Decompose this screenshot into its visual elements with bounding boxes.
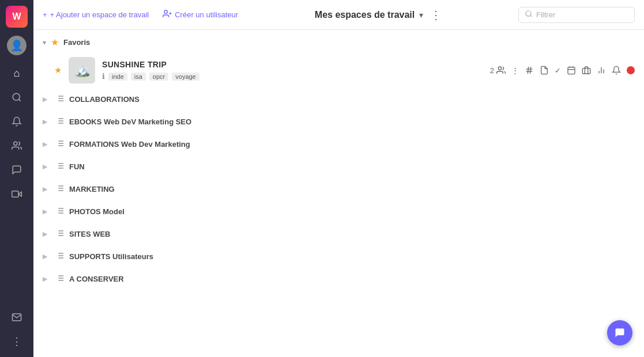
group-chevron-icon: ▶	[43, 275, 51, 283]
svg-rect-15	[568, 67, 575, 74]
tag-voyage[interactable]: voyage	[172, 73, 199, 81]
topbar-more-button[interactable]: ⋮	[430, 8, 442, 22]
page-title: Mes espaces de travail	[315, 10, 415, 20]
workspace-status-dot	[627, 66, 635, 74]
workspace-star-icon: ★	[54, 65, 62, 75]
group-name: FUN	[69, 162, 85, 171]
group-list-icon	[55, 229, 65, 240]
plus-icon: +	[43, 10, 47, 19]
group-item[interactable]: ▶ COLLABORATIONS	[33, 88, 644, 111]
svg-marker-3	[18, 192, 21, 196]
favorites-chevron-icon[interactable]: ▾	[43, 39, 46, 47]
member-count: 2	[490, 66, 506, 75]
sidebar-item-mail[interactable]	[7, 307, 27, 327]
search-box[interactable]	[518, 7, 635, 23]
create-user-button[interactable]: Créer un utilisateur	[163, 9, 238, 20]
svg-point-8	[526, 10, 531, 16]
group-item[interactable]: ▶ MARKETING	[33, 178, 644, 200]
svg-line-9	[530, 15, 532, 17]
group-list-icon	[55, 116, 65, 127]
group-item[interactable]: ▶ SUPPORTS Utilisateurs	[33, 245, 644, 268]
group-list-icon	[55, 251, 65, 262]
group-name: PHOTOS Model	[69, 207, 125, 216]
svg-line-14	[530, 67, 530, 74]
svg-point-10	[498, 67, 501, 70]
group-item[interactable]: ▶ EBOOKS Web DeV Marketing SEO	[33, 111, 644, 133]
group-item[interactable]: ▶ FUN	[33, 155, 644, 178]
workspace-hashtag-button[interactable]	[525, 66, 534, 75]
sidebar: W 👤 ⌂ ⋮	[0, 0, 33, 357]
group-name: COLLABORATIONS	[69, 95, 140, 104]
group-list-icon	[55, 274, 65, 284]
workspace-thumbnail: 🏔️	[69, 57, 95, 83]
favorites-label: Favoris	[63, 38, 90, 47]
sidebar-item-chat[interactable]	[7, 160, 27, 180]
group-chevron-icon: ▶	[43, 118, 51, 126]
content-area: ▾ ★ Favoris ★ 🏔️ SUNSHINE TRIP ℹ inde is…	[33, 30, 644, 357]
svg-line-13	[528, 67, 528, 74]
workspace-doc-button[interactable]	[540, 66, 549, 75]
svg-point-0	[13, 93, 20, 100]
chat-floating-button[interactable]	[607, 320, 632, 345]
group-list-icon	[55, 94, 65, 105]
sidebar-item-home[interactable]: ⌂	[7, 63, 27, 83]
group-name: SUPPORTS Utilisateurs	[69, 252, 153, 261]
filter-input[interactable]	[536, 10, 628, 19]
sidebar-item-video[interactable]	[7, 184, 27, 204]
svg-point-5	[164, 10, 167, 13]
workspace-details: SUNSHINE TRIP ℹ inde isa opcr voyage	[102, 60, 483, 81]
sidebar-item-contacts[interactable]	[7, 136, 27, 155]
group-chevron-icon: ▶	[43, 208, 51, 215]
groups-list: ▶ COLLABORATIONS ▶ EBOOKS Web	[33, 88, 644, 290]
group-chevron-icon: ▶	[43, 163, 51, 170]
group-list-icon	[55, 184, 65, 195]
favorites-star-icon: ★	[51, 37, 59, 48]
app-logo[interactable]: W	[6, 6, 28, 28]
tag-opcr[interactable]: opcr	[149, 73, 168, 81]
group-list-icon	[55, 206, 65, 217]
svg-point-2	[14, 142, 17, 145]
workspace-chart-button[interactable]	[597, 66, 606, 75]
sidebar-item-notifications[interactable]	[7, 112, 27, 131]
group-item[interactable]: ▶ PHOTOS Model	[33, 200, 644, 223]
sidebar-item-more[interactable]: ⋮	[7, 332, 27, 351]
tag-isa[interactable]: isa	[131, 73, 146, 81]
search-icon	[525, 10, 533, 20]
group-name: FORMATIONS Web Dev Marketing	[69, 140, 190, 149]
workspace-action-buttons: 2 ⋮ ✓	[490, 66, 635, 75]
main-area: + + Ajouter un espace de travail Créer u…	[33, 0, 644, 357]
add-workspace-button[interactable]: + + Ajouter un espace de travail	[43, 10, 149, 19]
svg-line-1	[18, 99, 20, 101]
user-add-icon	[163, 9, 172, 20]
group-item[interactable]: ▶ A CONSERVER	[33, 268, 644, 290]
sidebar-item-search[interactable]	[7, 88, 27, 107]
group-chevron-icon: ▶	[43, 185, 51, 193]
topbar-center: Mes espaces de travail ▾ ⋮	[247, 8, 509, 22]
group-chevron-icon: ▶	[43, 96, 51, 103]
workspace-bell-button[interactable]	[612, 66, 621, 75]
group-item[interactable]: ▶ SITES WEB	[33, 223, 644, 245]
group-name: MARKETING	[69, 185, 115, 193]
group-chevron-icon: ▶	[43, 140, 51, 148]
group-chevron-icon: ▶	[43, 253, 51, 260]
workspace-calendar-button[interactable]	[567, 66, 576, 75]
info-icon: ℹ	[102, 72, 105, 81]
group-item[interactable]: ▶ FORMATIONS Web Dev Marketing	[33, 133, 644, 155]
group-chevron-icon: ▶	[43, 230, 51, 238]
svg-rect-19	[582, 69, 590, 74]
workspace-briefcase-button[interactable]	[582, 66, 591, 75]
group-list-icon	[55, 161, 65, 172]
workspace-more-button[interactable]: ⋮	[511, 66, 519, 75]
avatar[interactable]: 👤	[7, 36, 27, 55]
group-list-icon	[55, 139, 65, 150]
group-name: A CONSERVER	[69, 275, 124, 283]
tag-inde[interactable]: inde	[108, 73, 127, 81]
title-chevron-icon[interactable]: ▾	[419, 10, 423, 20]
group-name: EBOOKS Web DeV Marketing SEO	[69, 117, 191, 126]
topbar: + + Ajouter un espace de travail Créer u…	[33, 0, 644, 30]
workspace-sunshine-trip[interactable]: ★ 🏔️ SUNSHINE TRIP ℹ inde isa opcr voyag…	[33, 52, 644, 88]
workspace-meta: ℹ inde isa opcr voyage	[102, 72, 483, 81]
group-name: SITES WEB	[69, 230, 111, 238]
workspace-check-button[interactable]: ✓	[555, 66, 561, 75]
svg-rect-4	[12, 191, 18, 198]
